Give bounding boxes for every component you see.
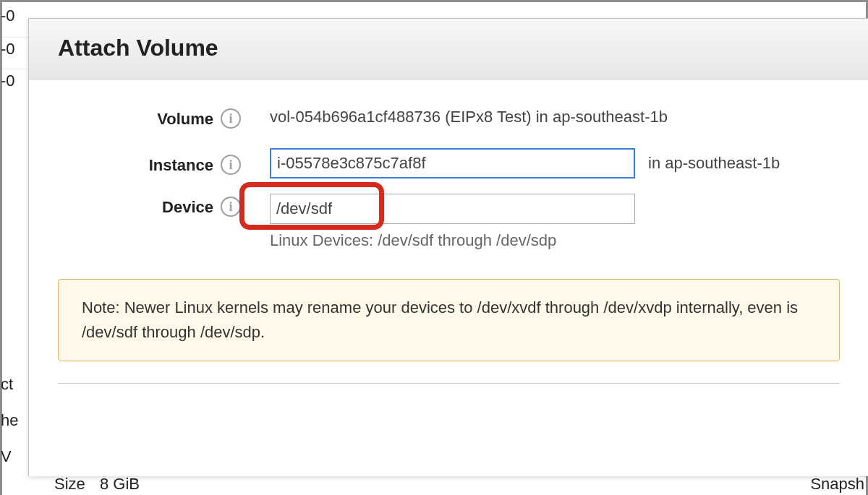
bg-bottom-size-label: Size <box>54 475 85 494</box>
attach-volume-modal: Attach Volume Volume i vol-054b696a1cf48… <box>28 18 868 476</box>
bg-text: -0 <box>1 72 15 90</box>
device-row: Device i Linux Devices: /dev/sdf through… <box>58 194 840 250</box>
instance-az-suffix: in ap-southeast-1b <box>648 154 780 173</box>
page-root: -0 -0 -0 ct he V Size 8 GiB Snapsh Attac… <box>0 0 868 495</box>
instance-label: Instance <box>58 152 221 175</box>
bg-text: ct <box>1 375 13 394</box>
info-icon[interactable]: i <box>221 108 241 129</box>
instance-input[interactable] <box>270 148 635 178</box>
device-input[interactable] <box>270 194 635 224</box>
bg-text: he <box>1 411 18 430</box>
device-label: Device <box>58 194 221 217</box>
bg-text: V <box>1 447 12 466</box>
modal-body: Volume i vol-054b696a1cf488736 (EIPx8 Te… <box>29 79 868 405</box>
modal-title: Attach Volume <box>58 35 868 61</box>
device-hint: Linux Devices: /dev/sdf through /dev/sdp <box>270 231 635 250</box>
volume-label: Volume <box>58 106 221 129</box>
volume-row: Volume i vol-054b696a1cf488736 (EIPx8 Te… <box>58 101 840 133</box>
modal-header: Attach Volume <box>29 19 868 79</box>
bg-bottom-size-value: 8 GiB <box>100 475 140 494</box>
instance-row: Instance i in ap-southeast-1b <box>58 147 840 179</box>
note-box: Note: Newer Linux kernels may rename you… <box>58 279 840 361</box>
info-icon[interactable]: i <box>221 155 241 175</box>
info-icon[interactable]: i <box>221 197 241 217</box>
modal-footer-divider <box>58 383 840 384</box>
note-text: Note: Newer Linux kernels may rename you… <box>82 298 798 341</box>
bg-text: -0 <box>1 40 15 59</box>
volume-value: vol-054b696a1cf488736 (EIPx8 Test) in ap… <box>270 108 668 126</box>
bg-text: -0 <box>1 7 15 25</box>
bg-bottom-snapshot: Snapsh <box>810 475 864 494</box>
